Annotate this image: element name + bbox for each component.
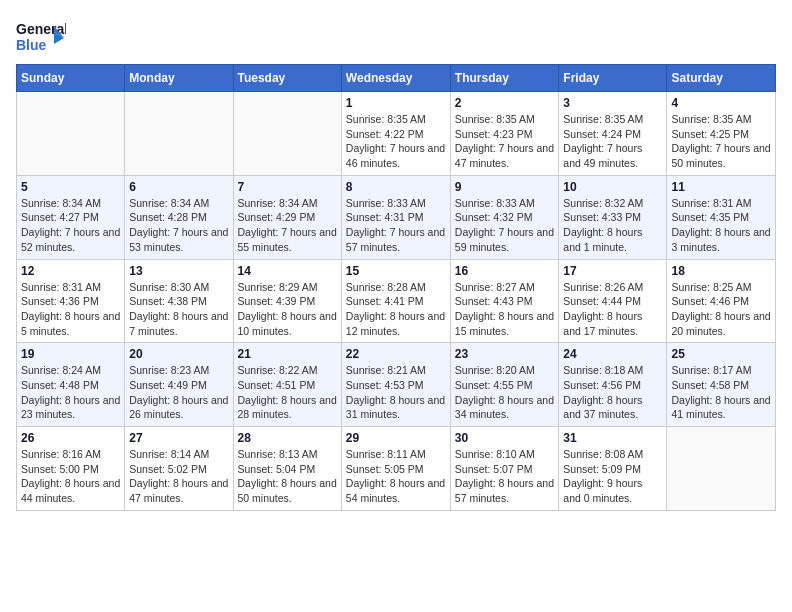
calendar-cell: 25Sunrise: 8:17 AM Sunset: 4:58 PM Dayli… — [667, 343, 776, 427]
day-info: Sunrise: 8:34 AM Sunset: 4:28 PM Dayligh… — [129, 196, 228, 255]
day-number: 8 — [346, 180, 446, 194]
week-row-4: 19Sunrise: 8:24 AM Sunset: 4:48 PM Dayli… — [17, 343, 776, 427]
week-row-5: 26Sunrise: 8:16 AM Sunset: 5:00 PM Dayli… — [17, 427, 776, 511]
day-number: 22 — [346, 347, 446, 361]
week-row-1: 1Sunrise: 8:35 AM Sunset: 4:22 PM Daylig… — [17, 92, 776, 176]
calendar-cell: 16Sunrise: 8:27 AM Sunset: 4:43 PM Dayli… — [450, 259, 559, 343]
calendar-cell: 12Sunrise: 8:31 AM Sunset: 4:36 PM Dayli… — [17, 259, 125, 343]
calendar-cell: 5Sunrise: 8:34 AM Sunset: 4:27 PM Daylig… — [17, 175, 125, 259]
calendar-cell: 7Sunrise: 8:34 AM Sunset: 4:29 PM Daylig… — [233, 175, 341, 259]
day-number: 25 — [671, 347, 771, 361]
day-info: Sunrise: 8:35 AM Sunset: 4:25 PM Dayligh… — [671, 112, 771, 171]
calendar-cell: 6Sunrise: 8:34 AM Sunset: 4:28 PM Daylig… — [125, 175, 233, 259]
day-info: Sunrise: 8:14 AM Sunset: 5:02 PM Dayligh… — [129, 447, 228, 506]
day-number: 27 — [129, 431, 228, 445]
day-number: 20 — [129, 347, 228, 361]
day-number: 12 — [21, 264, 120, 278]
day-info: Sunrise: 8:22 AM Sunset: 4:51 PM Dayligh… — [238, 363, 337, 422]
day-info: Sunrise: 8:35 AM Sunset: 4:23 PM Dayligh… — [455, 112, 555, 171]
day-number: 31 — [563, 431, 662, 445]
calendar-cell: 27Sunrise: 8:14 AM Sunset: 5:02 PM Dayli… — [125, 427, 233, 511]
week-row-3: 12Sunrise: 8:31 AM Sunset: 4:36 PM Dayli… — [17, 259, 776, 343]
calendar-cell — [667, 427, 776, 511]
day-info: Sunrise: 8:35 AM Sunset: 4:24 PM Dayligh… — [563, 112, 662, 171]
day-info: Sunrise: 8:08 AM Sunset: 5:09 PM Dayligh… — [563, 447, 662, 506]
calendar-cell: 17Sunrise: 8:26 AM Sunset: 4:44 PM Dayli… — [559, 259, 667, 343]
day-info: Sunrise: 8:33 AM Sunset: 4:32 PM Dayligh… — [455, 196, 555, 255]
calendar-cell: 11Sunrise: 8:31 AM Sunset: 4:35 PM Dayli… — [667, 175, 776, 259]
svg-text:Blue: Blue — [16, 37, 47, 53]
day-number: 15 — [346, 264, 446, 278]
day-info: Sunrise: 8:27 AM Sunset: 4:43 PM Dayligh… — [455, 280, 555, 339]
day-info: Sunrise: 8:34 AM Sunset: 4:29 PM Dayligh… — [238, 196, 337, 255]
calendar-cell: 15Sunrise: 8:28 AM Sunset: 4:41 PM Dayli… — [341, 259, 450, 343]
day-number: 6 — [129, 180, 228, 194]
calendar-cell: 21Sunrise: 8:22 AM Sunset: 4:51 PM Dayli… — [233, 343, 341, 427]
day-info: Sunrise: 8:13 AM Sunset: 5:04 PM Dayligh… — [238, 447, 337, 506]
day-number: 16 — [455, 264, 555, 278]
day-info: Sunrise: 8:26 AM Sunset: 4:44 PM Dayligh… — [563, 280, 662, 339]
calendar-cell: 19Sunrise: 8:24 AM Sunset: 4:48 PM Dayli… — [17, 343, 125, 427]
weekday-header-monday: Monday — [125, 65, 233, 92]
weekday-header-sunday: Sunday — [17, 65, 125, 92]
day-info: Sunrise: 8:28 AM Sunset: 4:41 PM Dayligh… — [346, 280, 446, 339]
day-info: Sunrise: 8:11 AM Sunset: 5:05 PM Dayligh… — [346, 447, 446, 506]
day-info: Sunrise: 8:18 AM Sunset: 4:56 PM Dayligh… — [563, 363, 662, 422]
day-info: Sunrise: 8:31 AM Sunset: 4:36 PM Dayligh… — [21, 280, 120, 339]
calendar-cell: 29Sunrise: 8:11 AM Sunset: 5:05 PM Dayli… — [341, 427, 450, 511]
day-number: 2 — [455, 96, 555, 110]
day-info: Sunrise: 8:16 AM Sunset: 5:00 PM Dayligh… — [21, 447, 120, 506]
day-number: 28 — [238, 431, 337, 445]
calendar-cell: 24Sunrise: 8:18 AM Sunset: 4:56 PM Dayli… — [559, 343, 667, 427]
day-info: Sunrise: 8:21 AM Sunset: 4:53 PM Dayligh… — [346, 363, 446, 422]
calendar-cell: 31Sunrise: 8:08 AM Sunset: 5:09 PM Dayli… — [559, 427, 667, 511]
day-number: 18 — [671, 264, 771, 278]
day-info: Sunrise: 8:29 AM Sunset: 4:39 PM Dayligh… — [238, 280, 337, 339]
calendar-cell: 9Sunrise: 8:33 AM Sunset: 4:32 PM Daylig… — [450, 175, 559, 259]
day-number: 21 — [238, 347, 337, 361]
page-header: GeneralBlue — [16, 16, 776, 56]
day-number: 10 — [563, 180, 662, 194]
day-info: Sunrise: 8:33 AM Sunset: 4:31 PM Dayligh… — [346, 196, 446, 255]
weekday-header-wednesday: Wednesday — [341, 65, 450, 92]
calendar-cell: 14Sunrise: 8:29 AM Sunset: 4:39 PM Dayli… — [233, 259, 341, 343]
day-info: Sunrise: 8:17 AM Sunset: 4:58 PM Dayligh… — [671, 363, 771, 422]
calendar-cell: 22Sunrise: 8:21 AM Sunset: 4:53 PM Dayli… — [341, 343, 450, 427]
day-info: Sunrise: 8:24 AM Sunset: 4:48 PM Dayligh… — [21, 363, 120, 422]
weekday-header-friday: Friday — [559, 65, 667, 92]
day-number: 23 — [455, 347, 555, 361]
calendar-cell: 3Sunrise: 8:35 AM Sunset: 4:24 PM Daylig… — [559, 92, 667, 176]
day-number: 24 — [563, 347, 662, 361]
day-number: 13 — [129, 264, 228, 278]
weekday-header-row: SundayMondayTuesdayWednesdayThursdayFrid… — [17, 65, 776, 92]
day-info: Sunrise: 8:25 AM Sunset: 4:46 PM Dayligh… — [671, 280, 771, 339]
day-number: 9 — [455, 180, 555, 194]
calendar-cell: 2Sunrise: 8:35 AM Sunset: 4:23 PM Daylig… — [450, 92, 559, 176]
weekday-header-tuesday: Tuesday — [233, 65, 341, 92]
weekday-header-saturday: Saturday — [667, 65, 776, 92]
day-number: 3 — [563, 96, 662, 110]
day-info: Sunrise: 8:34 AM Sunset: 4:27 PM Dayligh… — [21, 196, 120, 255]
day-number: 4 — [671, 96, 771, 110]
day-info: Sunrise: 8:35 AM Sunset: 4:22 PM Dayligh… — [346, 112, 446, 171]
day-info: Sunrise: 8:10 AM Sunset: 5:07 PM Dayligh… — [455, 447, 555, 506]
calendar-cell — [125, 92, 233, 176]
day-number: 1 — [346, 96, 446, 110]
calendar-cell: 1Sunrise: 8:35 AM Sunset: 4:22 PM Daylig… — [341, 92, 450, 176]
calendar-cell — [17, 92, 125, 176]
calendar-cell — [233, 92, 341, 176]
day-number: 11 — [671, 180, 771, 194]
day-number: 14 — [238, 264, 337, 278]
day-info: Sunrise: 8:23 AM Sunset: 4:49 PM Dayligh… — [129, 363, 228, 422]
day-number: 30 — [455, 431, 555, 445]
calendar-cell: 30Sunrise: 8:10 AM Sunset: 5:07 PM Dayli… — [450, 427, 559, 511]
calendar-cell: 28Sunrise: 8:13 AM Sunset: 5:04 PM Dayli… — [233, 427, 341, 511]
calendar-cell: 8Sunrise: 8:33 AM Sunset: 4:31 PM Daylig… — [341, 175, 450, 259]
calendar-cell: 10Sunrise: 8:32 AM Sunset: 4:33 PM Dayli… — [559, 175, 667, 259]
calendar: SundayMondayTuesdayWednesdayThursdayFrid… — [16, 64, 776, 511]
logo-icon: GeneralBlue — [16, 16, 66, 56]
day-number: 29 — [346, 431, 446, 445]
weekday-header-thursday: Thursday — [450, 65, 559, 92]
week-row-2: 5Sunrise: 8:34 AM Sunset: 4:27 PM Daylig… — [17, 175, 776, 259]
day-number: 7 — [238, 180, 337, 194]
